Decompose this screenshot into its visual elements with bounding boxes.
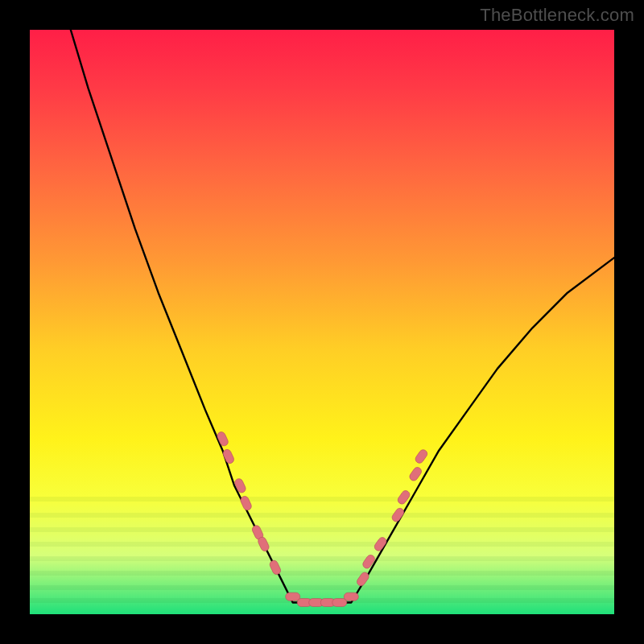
data-marker [361, 553, 377, 569]
data-marker [408, 466, 423, 482]
chart-frame: TheBottleneck.com [0, 0, 644, 644]
watermark-label: TheBottleneck.com [480, 5, 634, 26]
data-marker [239, 495, 253, 512]
bottleneck-curve [71, 30, 614, 603]
data-marker [332, 599, 347, 607]
data-markers [216, 431, 428, 607]
data-marker [233, 477, 247, 494]
curve-svg [30, 30, 614, 614]
data-marker [414, 448, 429, 464]
data-marker [286, 592, 300, 601]
data-marker [269, 559, 283, 576]
data-marker [216, 431, 229, 448]
plot-area [30, 30, 614, 614]
data-marker [344, 592, 358, 601]
data-marker [221, 448, 235, 465]
